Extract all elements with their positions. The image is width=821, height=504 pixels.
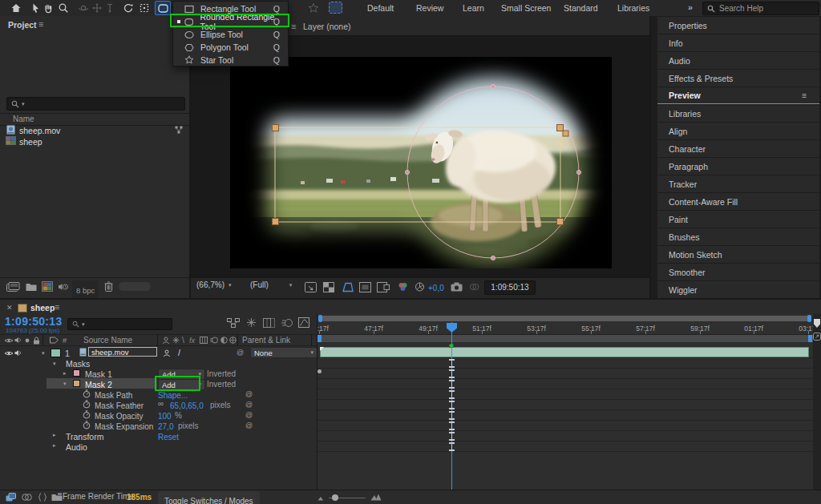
panel-tab-align[interactable]: Align (657, 123, 819, 139)
project-search-box[interactable]: ▾ (6, 97, 185, 111)
audio-expand-chevron-icon[interactable]: ▸ (53, 442, 56, 449)
help-search-box[interactable]: Search Help (702, 2, 819, 15)
mask1-color-swatch[interactable] (73, 369, 80, 377)
quality-icon[interactable]: \ (182, 336, 184, 345)
search-options-chevron-icon[interactable]: ▾ (82, 321, 85, 328)
layer-audio-speaker-icon[interactable] (14, 349, 22, 357)
transform-group-label[interactable]: Transform (66, 433, 103, 442)
panel-tab-motion-sketch[interactable]: Motion Sketch (657, 246, 819, 263)
adjustment-layer-icon[interactable] (220, 337, 228, 344)
prop-mask-feather-value[interactable]: 65,0,65,0 (170, 401, 204, 410)
property-link-icon[interactable]: @ (245, 401, 253, 409)
star-tool-collapsed-icon[interactable] (308, 2, 319, 14)
audio-speaker-icon[interactable] (14, 337, 22, 344)
workspace-overflow-icon[interactable]: » (688, 3, 693, 12)
transparency-grid-icon[interactable] (323, 282, 334, 292)
panel-tab-info[interactable]: Info (657, 34, 819, 51)
exposure-icon[interactable] (415, 282, 425, 292)
mask2-color-swatch[interactable] (73, 380, 80, 387)
stopwatch-icon[interactable] (83, 389, 91, 398)
stopwatch-icon[interactable] (83, 421, 91, 429)
panel-tab-content-aware-fill[interactable]: Content-Aware Fill (657, 193, 819, 210)
show-snapshot-icon[interactable] (469, 282, 479, 292)
property-link-icon[interactable]: @ (245, 421, 253, 429)
selection-tool-icon[interactable] (30, 2, 41, 14)
masks-group-label[interactable]: Masks (66, 360, 90, 369)
workspace-small-screen[interactable]: Small Screen (501, 4, 551, 13)
prop-mask-expansion-name[interactable]: Mask Expansion (95, 422, 153, 431)
masks-expand-chevron-icon[interactable]: ▾ (53, 361, 56, 367)
panel-tab-preview[interactable]: Preview ≡ (657, 87, 819, 104)
navigator-end-handle[interactable] (807, 315, 811, 322)
close-tab-icon[interactable]: ✕ (6, 304, 13, 312)
3d-layer-icon[interactable] (229, 337, 237, 344)
navigator-start-handle[interactable] (318, 315, 322, 322)
layer-expand-chevron-icon[interactable]: ▾ (42, 350, 45, 357)
workspace-review[interactable]: Review (416, 4, 443, 13)
feather-link-icon[interactable]: ∞ (158, 399, 164, 408)
keyframe-dot[interactable] (317, 369, 322, 373)
panel-tab-character[interactable]: Character (657, 140, 819, 157)
mask1-expand-chevron-icon[interactable]: ▸ (63, 370, 67, 377)
project-item-name[interactable]: sheep (19, 138, 42, 147)
hand-tool-icon[interactable] (42, 2, 54, 14)
stopwatch-icon[interactable] (83, 400, 91, 409)
pixel-aspect-correction-icon[interactable] (377, 282, 390, 292)
project-scrollbar[interactable] (119, 282, 151, 291)
mask2-name[interactable]: Mask 2 (85, 381, 112, 389)
panel-menu-icon[interactable]: ≡ (802, 91, 807, 100)
channel-icon[interactable] (398, 282, 408, 292)
composition-flowchart-icon[interactable] (227, 318, 240, 328)
workspace-standard[interactable]: Standard (564, 4, 598, 13)
panel-tab-effects-presets[interactable]: Effects & Presets (657, 70, 819, 87)
layer-label-swatch[interactable] (51, 349, 61, 357)
effects-fx-icon[interactable]: fx (189, 337, 195, 345)
timeline-navigator-bar[interactable] (318, 316, 811, 321)
expand-layer-switches-icon[interactable] (6, 493, 16, 502)
column-number-label[interactable]: # (63, 337, 67, 345)
mask-visibility-icon[interactable] (341, 282, 354, 292)
project-panel-menu-icon[interactable]: ≡ (38, 19, 43, 29)
stopwatch-icon[interactable] (83, 410, 91, 419)
snapshot-camera-icon[interactable] (451, 282, 463, 292)
prop-mask-opacity-name[interactable]: Mask Opacity (95, 412, 144, 421)
mask2-expand-chevron-icon[interactable]: ▾ (63, 381, 67, 387)
pan-behind-tool-icon[interactable] (139, 2, 150, 14)
draft-3d-icon[interactable] (246, 317, 257, 328)
expand-in-out-icon[interactable] (38, 493, 47, 502)
collapse-transformations-icon[interactable] (172, 337, 180, 344)
new-composition-icon[interactable] (42, 281, 53, 292)
zoom-tool-icon[interactable] (58, 2, 69, 14)
column-source-name[interactable]: Source Name (83, 337, 132, 345)
property-link-icon[interactable]: @ (245, 390, 253, 398)
bit-depth-button[interactable]: 8 bpc (72, 280, 99, 298)
region-of-interest-icon[interactable] (359, 282, 371, 292)
menu-item-star-tool[interactable]: Star Tool Q (173, 54, 288, 67)
render-queue-icon[interactable] (51, 493, 63, 502)
orbit-camera-tool-icon[interactable] (78, 2, 89, 14)
column-parent-link[interactable]: Parent & Link (242, 337, 290, 345)
viewer-timecode-box[interactable]: 1:09:50:13 (484, 280, 536, 295)
project-item-row[interactable]: sheep.mov (0, 124, 189, 135)
viewer-tab-label[interactable]: Layer (none) (303, 22, 351, 31)
pan-camera-tool-icon[interactable] (91, 2, 103, 14)
mask1-name[interactable]: Mask 1 (85, 370, 112, 379)
video-eye-icon[interactable] (4, 337, 14, 344)
layer-video-eye-icon[interactable] (4, 350, 14, 357)
panel-tab-libraries[interactable]: Libraries (657, 105, 819, 122)
toggle-switches-modes-button[interactable]: Toggle Switches / Modes (158, 491, 260, 504)
frame-blend-switch-icon[interactable] (200, 337, 208, 344)
solo-icon[interactable] (25, 338, 30, 343)
frame-blending-icon[interactable] (263, 318, 275, 328)
new-folder-icon[interactable] (26, 282, 37, 292)
shape-tool-button[interactable] (155, 1, 171, 15)
workspace-learn[interactable]: Learn (463, 4, 484, 13)
workspace-default[interactable]: Default (367, 4, 394, 13)
project-tab[interactable]: Project (8, 21, 37, 30)
timeline-panel-menu-icon[interactable]: ≡ (55, 302, 59, 312)
parent-dropdown[interactable]: None▾ (250, 347, 317, 358)
parent-pickwhip-icon[interactable]: @ (237, 349, 244, 357)
motion-blur-switch-icon[interactable] (210, 337, 218, 344)
panel-tab-tracker[interactable]: Tracker (657, 175, 819, 192)
viewer-panel-menu-icon[interactable]: ≡ (291, 22, 296, 31)
